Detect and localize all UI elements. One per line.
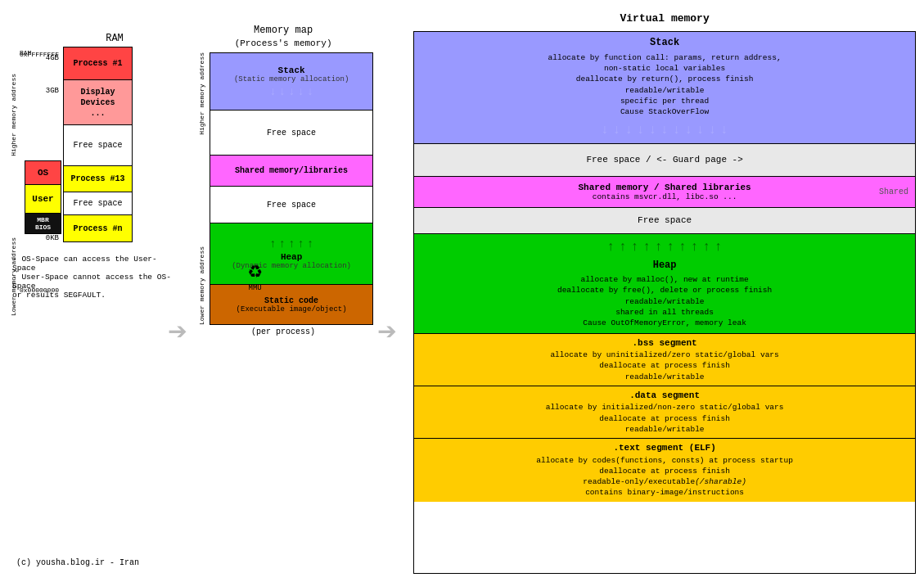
- memory-map-title: Memory map: [254, 25, 313, 36]
- mem-higher-label: Higher memory address: [198, 52, 205, 135]
- ram-diagram: 4GB 3GB OS User MBRBIOS 0KB Process #1 D…: [25, 47, 172, 242]
- vm-arrow-u8: ↑: [691, 238, 699, 256]
- address-top: 0xFFFFFFFF: [20, 51, 59, 58]
- arrow-down-4: ↓: [297, 85, 304, 98]
- vm-arrow-u5: ↑: [655, 238, 663, 256]
- arrow-up-2: ↑: [278, 237, 285, 250]
- memory-map-layout: Higher memory address Lower memory addre…: [193, 52, 373, 325]
- label-3gb: 3GB: [25, 87, 61, 160]
- middle-section: Memory map (Process's memory) Higher mem…: [189, 8, 377, 574]
- mem-static-label: Static code: [264, 296, 318, 305]
- vm-arrow-u9: ↑: [702, 238, 710, 256]
- arrow-up-3: ↑: [288, 237, 295, 250]
- arrow-memmap-to-vm: ➔: [377, 90, 397, 574]
- arrow-up-5: ↑: [307, 237, 313, 250]
- main-container: Higher memory address Lower memory addre…: [0, 0, 924, 582]
- vm-heap-arrows: ↑ ↑ ↑ ↑ ↑ ↑ ↑ ↑ ↑ ↑: [607, 238, 723, 256]
- address-bottom: 0x00000000: [20, 286, 59, 294]
- arrow-down-5: ↓: [307, 85, 313, 98]
- ram-blocks: Process #1 DisplayDevices... Free space …: [63, 47, 133, 242]
- mem-shared-block: Shared memory/libraries: [210, 156, 372, 187]
- vm-bss-title: .bss segment: [632, 337, 696, 350]
- memory-map-subtitle: (Process's memory): [235, 38, 332, 48]
- display-devices-block: DisplayDevices...: [64, 80, 132, 125]
- vm-arrow-u7: ↑: [678, 238, 687, 256]
- mem-freespace1-block: Free space: [210, 111, 372, 156]
- mem-static-block: Static code (Executable image/object): [210, 285, 372, 324]
- vm-shared-block: Shared memory / Shared libraries contain…: [414, 177, 915, 208]
- os-block: OS: [25, 160, 61, 185]
- arrow-up-1: ↑: [269, 237, 276, 250]
- mem-stack-block: Stack (Static memory allocation) ↓ ↓ ↓ ↓…: [210, 53, 372, 111]
- ram-title: RAM: [57, 33, 172, 44]
- processn-block: Process #n: [64, 215, 132, 241]
- vm-data-desc: allocate by initialized/non-zero static/…: [546, 402, 784, 435]
- mem-axis-labels: Higher memory address Lower memory addre…: [193, 52, 210, 325]
- vm-arrow-d1: ↓: [601, 121, 609, 139]
- threads-label: threads: [681, 308, 714, 317]
- vm-stack-desc: allocate by function call: params, retur…: [548, 52, 782, 118]
- stack-arrows-down: ↓ ↓ ↓ ↓ ↓: [269, 85, 313, 98]
- vm-stack-arrows: ↓ ↓ ↓ ↓ ↓ ↓ ↓ ↓ ↓ ↓ ↓: [601, 121, 728, 139]
- vm-arrow-d5: ↓: [649, 121, 657, 139]
- mem-lower-label: Lower memory address: [198, 246, 205, 325]
- vm-arrow-d7: ↓: [673, 121, 681, 139]
- vm-blocks: Stack allocate by function call: params,…: [413, 31, 916, 574]
- higher-address-label: Higher memory address: [10, 74, 18, 156]
- vm-heap-block: ↑ ↑ ↑ ↑ ↑ ↑ ↑ ↑ ↑ ↑ Heap allocate by mal…: [414, 234, 915, 334]
- vm-arrow-u3: ↑: [631, 238, 639, 256]
- note-line1: - OS-Space can access the User-Space: [12, 255, 172, 273]
- right-section: Virtual memory Stack allocate by functio…: [397, 8, 916, 574]
- mem-freespace2-block: Free space: [210, 187, 372, 223]
- vm-bss-block: .bss segment allocate by uninitialized/z…: [414, 334, 915, 386]
- mmu-icon-container: ♻ MMU: [248, 256, 262, 292]
- vm-stack-block: Stack allocate by function call: params,…: [414, 32, 915, 144]
- vm-text-block: .text segment (ELF) allocate by codes(fu…: [414, 439, 915, 502]
- vm-arrow-u4: ↑: [642, 238, 651, 256]
- ram-freespace1-block: Free space: [64, 125, 132, 166]
- right-arrow-icon-2: ➔: [377, 312, 397, 352]
- mmu-label: MMU: [248, 284, 262, 292]
- vm-arrow-u10: ↑: [714, 238, 723, 256]
- user-block: User: [25, 185, 61, 214]
- vm-text-desc: allocate by codes(functions, consts) at …: [536, 455, 793, 499]
- vm-arrow-u6: ↑: [667, 238, 675, 256]
- vm-arrow-d10: ↓: [709, 121, 717, 139]
- label-4gb: 4GB: [25, 54, 61, 87]
- ram-freespace2-block: Free space: [64, 192, 132, 215]
- vm-bss-desc: allocate by uninitialized/zero static/gl…: [550, 350, 778, 382]
- arrow-up-4: ↑: [297, 237, 304, 250]
- vm-stack-title: Stack: [650, 36, 679, 50]
- vm-freespace-guard-block: Free space / <- Guard page ->: [414, 144, 915, 177]
- per-process-label: (per process): [251, 327, 315, 336]
- mbr-bios-block: MBRBIOS: [25, 214, 61, 234]
- left-section: Higher memory address Lower memory addre…: [8, 8, 172, 574]
- vm-arrow-d3: ↓: [624, 121, 633, 139]
- process13-block: Process #13: [64, 166, 132, 192]
- vm-arrow-d4: ↓: [637, 121, 645, 139]
- mem-heap-block: ↑ ↑ ↑ ↑ ↑ Heap (Dynamic memory allocatio…: [210, 223, 372, 285]
- vm-freespace2-block: Free space: [414, 208, 915, 234]
- vm-arrow-u1: ↑: [607, 238, 615, 256]
- mem-heap-label: Heap: [281, 252, 302, 262]
- vm-arrow-d9: ↓: [696, 121, 705, 139]
- vm-heap-title: Heap: [653, 259, 677, 273]
- mem-static-sublabel: (Executable image/object): [237, 305, 347, 314]
- arrow-down-2: ↓: [278, 85, 285, 98]
- mem-stack-label: Stack: [278, 65, 305, 75]
- arrow-down-1: ↓: [269, 85, 276, 98]
- footer-text: (c) yousha.blog.ir - Iran: [16, 558, 139, 567]
- vm-text-title: .text segment (ELF): [613, 442, 715, 454]
- mmu-recycle-icon: ♻: [248, 256, 262, 284]
- vm-arrow-u2: ↑: [619, 238, 627, 256]
- mem-stack-sublabel: (Static memory allocation): [234, 75, 349, 83]
- vm-arrow-d6: ↓: [660, 121, 669, 139]
- vm-arrow-d8: ↓: [685, 121, 693, 139]
- vm-title: Virtual memory: [413, 12, 916, 25]
- vm-shared-title: Shared memory / Shared libraries: [578, 183, 750, 192]
- vm-shared-desc: contains msvcr.dll, libc.so ...: [593, 192, 737, 201]
- vm-data-block: .data segment allocate by initialized/no…: [414, 386, 915, 439]
- heap-arrows-up: ↑ ↑ ↑ ↑ ↑: [269, 237, 313, 250]
- lower-address-label: Lower memory address: [10, 237, 18, 316]
- process1-block: Process #1: [64, 47, 132, 80]
